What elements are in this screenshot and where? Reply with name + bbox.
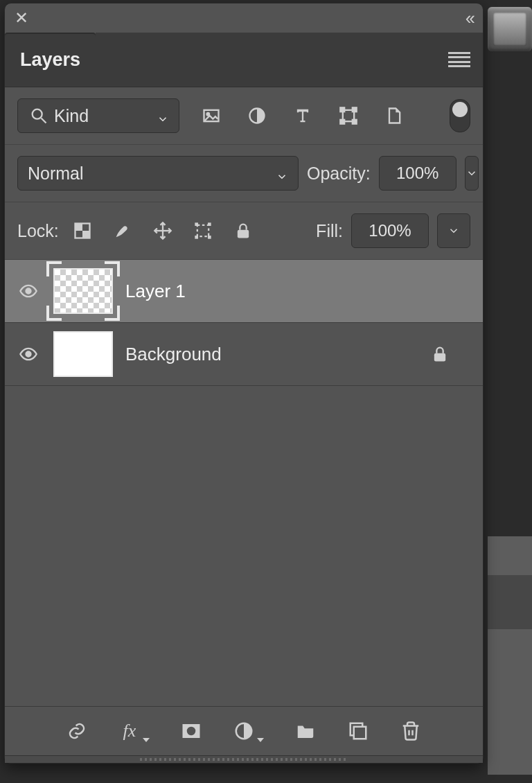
panel-body: Kind [5,87,483,763]
visibility-eye-icon[interactable] [16,280,41,302]
lock-fill-row: Lock: [5,202,483,260]
layer-name-label[interactable]: Background [125,344,222,365]
layer-row[interactable]: Layer 1 [5,260,483,323]
toolbar-tool-thumbnail[interactable] [488,7,532,51]
svg-rect-16 [195,222,198,226]
right-rail-section [488,575,532,629]
layers-panel: ✕ ‹‹ Layers Kind [4,3,484,764]
tab-label: Layers [20,49,80,71]
search-icon [28,105,50,127]
svg-rect-27 [354,727,366,739]
lock-label: Lock: [17,221,59,241]
fill-value-input[interactable]: 100% [351,213,429,248]
svg-rect-7 [353,107,357,112]
chevron-down-icon [466,167,478,179]
new-layer-icon [347,720,369,742]
svg-rect-17 [208,222,211,226]
panel-footer: fx [5,706,483,755]
svg-rect-19 [208,236,211,239]
svg-line-1 [42,118,46,123]
new-layer-button[interactable] [347,720,369,742]
chevron-down-icon [157,109,169,122]
svg-rect-9 [353,120,357,124]
close-icon[interactable]: ✕ [15,10,28,26]
svg-rect-6 [340,107,344,112]
svg-rect-15 [197,225,209,236]
visibility-eye-icon[interactable] [16,343,41,365]
panel-titlebar: ✕ ‹‹ [5,3,483,33]
folder-icon [294,720,317,742]
layer-thumbnail[interactable] [53,331,113,377]
fill-value: 100% [369,221,411,240]
opacity-value-input[interactable]: 100% [379,156,456,191]
lock-pixels-icon[interactable] [112,220,134,242]
fill-dropdown-button[interactable] [437,213,470,248]
panel-menu-icon[interactable] [448,52,470,67]
blend-mode-combo[interactable]: Normal [17,156,299,191]
svg-rect-23 [434,353,445,362]
layer-name-label[interactable]: Layer 1 [125,281,186,302]
tab-layers[interactable]: Layers [5,33,96,87]
svg-rect-18 [195,236,198,239]
layer-row[interactable]: Background [5,323,483,386]
svg-rect-11 [75,224,82,231]
svg-point-25 [187,727,196,736]
chevron-down-icon [276,167,288,179]
svg-point-0 [33,109,42,119]
svg-rect-8 [340,120,344,124]
panel-resize-grip[interactable] [5,755,483,763]
add-mask-button[interactable] [180,720,202,742]
panel-tab-strip [96,33,483,87]
svg-rect-12 [82,231,90,238]
fill-label: Fill: [316,221,343,241]
chevron-down-icon [447,225,460,237]
mask-icon [180,720,202,742]
lock-transparency-icon[interactable] [71,220,94,242]
filter-type-icon[interactable] [292,105,314,127]
opacity-label: Opacity: [307,164,371,184]
app-right-rail [488,7,532,783]
svg-point-21 [26,289,31,294]
link-icon [66,720,88,742]
lock-all-icon[interactable] [232,220,254,242]
right-rail-section [488,629,532,775]
filter-adjustment-icon[interactable] [246,105,268,127]
right-rail-section [488,536,532,575]
new-adjustment-layer-button[interactable] [233,720,264,742]
layer-filter-row: Kind [5,87,483,145]
opacity-dropdown-button[interactable] [465,156,479,191]
layer-lock-icon[interactable] [429,343,451,365]
new-group-button[interactable] [294,720,317,742]
chevron-down-icon [143,738,150,742]
svg-rect-20 [238,230,249,238]
filter-smartobject-icon[interactable] [383,105,405,127]
collapse-icon[interactable]: ‹‹ [466,8,473,29]
trash-icon [400,720,422,742]
filter-pixel-icon[interactable] [200,105,222,127]
opacity-value: 100% [396,164,438,183]
panel-tabs: Layers [5,33,483,87]
filter-shape-icon[interactable] [337,105,360,127]
layer-style-button[interactable]: fx [118,720,150,742]
fx-icon: fx [118,720,141,742]
filter-kind-combo[interactable]: Kind [17,98,179,133]
layer-type-filters [200,105,405,127]
filter-toggle[interactable] [450,99,470,132]
filter-kind-label: Kind [54,106,89,126]
layers-list: Layer 1Background [5,260,483,706]
lock-buttons [71,220,254,242]
link-layers-button[interactable] [66,720,88,742]
adjustment-icon [233,720,255,742]
chevron-down-icon [257,738,264,742]
svg-point-3 [207,113,210,116]
delete-layer-button[interactable] [400,720,422,742]
svg-point-22 [26,352,31,357]
lock-artboard-icon[interactable] [192,220,214,242]
blend-opacity-row: Normal Opacity: 100% [5,145,483,202]
layer-thumbnail[interactable] [53,268,113,314]
blend-mode-value: Normal [28,164,84,184]
lock-position-icon[interactable] [152,220,174,242]
